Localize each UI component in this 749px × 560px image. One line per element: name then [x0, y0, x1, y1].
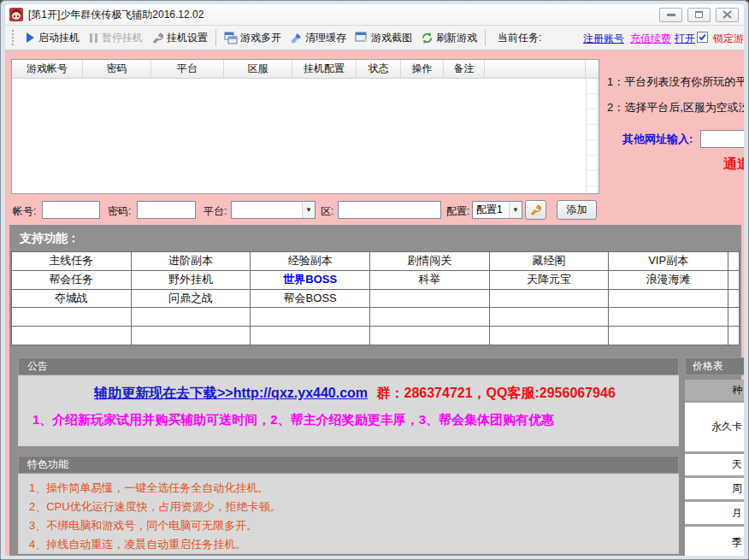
brush-icon	[290, 32, 303, 44]
current-task-label: 当前任务:	[498, 31, 541, 45]
column-header-filler	[485, 60, 586, 78]
lock-checkbox[interactable]	[697, 32, 708, 43]
feature-cell	[370, 308, 490, 326]
column-header-password[interactable]: 密码	[83, 60, 151, 78]
lock-game-label: 锁定游戏	[713, 32, 744, 46]
feature-cell: 经验副本	[251, 252, 370, 270]
screenshot-icon	[355, 32, 369, 44]
feature-cell	[132, 327, 251, 345]
feature-cell	[609, 308, 728, 326]
cascade-windows-icon	[224, 32, 238, 44]
accounts-table-header: 游戏帐号 密码 平台 区服 挂机配置 状态 操作 备注	[12, 60, 599, 79]
feature-cell	[12, 327, 132, 345]
close-button[interactable]	[716, 8, 739, 22]
account-input[interactable]	[42, 201, 100, 219]
register-account-link[interactable]: 注册账号	[583, 32, 624, 46]
minimize-icon	[667, 14, 675, 16]
other-url-input[interactable]	[700, 130, 744, 148]
recharge-link[interactable]: 充值续费	[630, 32, 671, 46]
column-header-game-account[interactable]: 游戏帐号	[12, 60, 83, 78]
column-header-config[interactable]: 挂机配置	[292, 60, 357, 78]
feature-cell	[490, 327, 610, 345]
features-header: 特色功能	[18, 456, 679, 474]
column-header-status[interactable]: 状态	[357, 60, 401, 78]
price-type-header: 种	[685, 380, 744, 400]
feature-cell	[251, 308, 370, 326]
other-url-label: 其他网址输入:	[622, 132, 693, 147]
price-row-month: 月	[685, 502, 744, 524]
feature-cell: 夺城战	[12, 290, 132, 308]
table-row	[12, 327, 739, 345]
maximize-icon	[695, 11, 703, 18]
minimize-button[interactable]	[659, 8, 682, 22]
play-icon	[24, 32, 36, 44]
column-header-server[interactable]: 区服	[224, 60, 292, 78]
platform-note-2: 2：选择平台后,区服为空或没	[607, 100, 744, 115]
toolbar: 启动挂机 暂停挂机 挂机设置 游戏多开	[5, 26, 744, 50]
wrench-icon	[151, 32, 164, 44]
feature-cell: 野外挂机	[132, 271, 251, 289]
toolbar-separator	[485, 29, 486, 46]
main-area: 游戏帐号 密码 平台 区服 挂机配置 状态 操作 备注 1：平台列表没有你所玩的…	[5, 50, 744, 556]
announcement-line1: 辅助更新现在去下载>>http://qxz.yx440.com 群：286374…	[94, 385, 616, 403]
multi-open-button[interactable]: 游戏多开	[220, 28, 286, 48]
config-select[interactable]: 配置1 ▼	[472, 201, 522, 219]
refresh-game-label: 刷新游戏	[436, 31, 477, 45]
feature-cell: 帮会BOSS	[251, 290, 370, 308]
supported-functions-section: 支持功能： 主线任务 进阶副本 经验副本 剧情闯关 藏经阁 VIP副本 帮会任务…	[9, 225, 741, 349]
password-input[interactable]	[137, 201, 196, 219]
app-icon	[9, 8, 23, 21]
feature-cell: 帮会任务	[12, 271, 132, 289]
features-body: 1、操作简单易懂，一键全选任务全自动化挂机。 2、CPU优化运行速度快，占用资源…	[18, 474, 679, 554]
feature-cell	[609, 290, 728, 308]
price-list-header: 价格表	[685, 357, 744, 375]
game-screenshot-label: 游戏截图	[371, 31, 412, 45]
price-list-table: 种 永久卡 天 周 月 季	[685, 380, 744, 556]
account-label: 帐号:	[13, 204, 36, 219]
clear-cache-button[interactable]: 清理缓存	[286, 28, 351, 48]
window-title: [第1开]少年群侠传极飞辅助2016.12.02	[28, 8, 203, 22]
game-screenshot-button[interactable]: 游戏截图	[351, 28, 416, 48]
config-settings-button[interactable]	[525, 200, 546, 220]
maximize-button[interactable]	[687, 8, 711, 22]
pause-hangup-button[interactable]: 暂停挂机	[84, 28, 147, 48]
channel-label: 通道	[723, 156, 744, 174]
platform-select[interactable]: ▼	[231, 201, 316, 219]
feature-line: 4、掉线自动重连，凌晨自动重启任务挂机。	[29, 537, 246, 552]
feature-cell	[12, 308, 132, 326]
feature-cell: 浪漫海滩	[609, 271, 728, 289]
announcement-body: 辅助更新现在去下载>>http://qxz.yx440.com 群：286374…	[18, 375, 679, 446]
refresh-game-button[interactable]: 刷新游戏	[416, 28, 481, 48]
hangup-settings-label: 挂机设置	[167, 31, 208, 45]
column-header-operation[interactable]: 操作	[401, 60, 444, 78]
feature-cell-end	[728, 290, 739, 308]
column-header-platform[interactable]: 平台	[151, 60, 224, 78]
zone-input[interactable]	[338, 201, 441, 219]
feature-cell	[132, 308, 251, 326]
platform-note-1: 1：平台列表没有你所玩的平台	[607, 74, 744, 90]
price-row-permanent: 永久卡	[685, 403, 744, 451]
feature-cell: 进阶副本	[132, 252, 251, 270]
feature-cell	[251, 327, 370, 345]
accounts-table-body[interactable]	[12, 79, 599, 193]
feature-cell: 藏经阁	[490, 252, 610, 270]
hangup-settings-button[interactable]: 挂机设置	[147, 28, 212, 48]
feature-cell: 主线任务	[12, 252, 132, 270]
open-link[interactable]: 打开	[675, 32, 695, 46]
price-row-day: 天	[685, 454, 744, 475]
feature-cell: 剧情闯关	[370, 252, 490, 270]
app-window: [第1开]少年群侠传极飞辅助2016.12.02 启动挂机	[0, 0, 749, 560]
download-link[interactable]: 辅助更新现在去下载>>http://qxz.yx440.com	[94, 386, 368, 400]
clear-cache-label: 清理缓存	[305, 31, 346, 45]
column-header-end	[586, 60, 599, 78]
start-hangup-button[interactable]: 启动挂机	[20, 28, 84, 48]
feature-cell-end	[728, 252, 739, 270]
config-label: 配置:	[446, 204, 469, 219]
toolbar-grip[interactable]	[12, 30, 15, 45]
column-header-remark[interactable]: 备注	[444, 60, 485, 78]
add-button[interactable]: 添加	[557, 200, 597, 220]
pause-hangup-label: 暂停挂机	[102, 31, 143, 45]
feature-cell	[490, 290, 610, 308]
price-row-season: 季	[685, 527, 744, 556]
start-hangup-label: 启动挂机	[38, 31, 80, 45]
